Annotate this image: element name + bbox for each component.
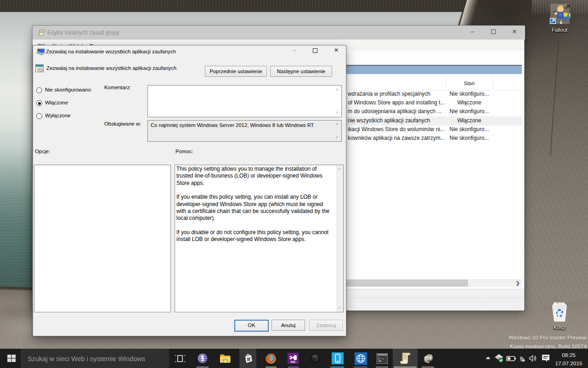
svg-text:PRE: PRE [291,361,296,363]
svg-text:C:\: C:\ [378,357,384,361]
